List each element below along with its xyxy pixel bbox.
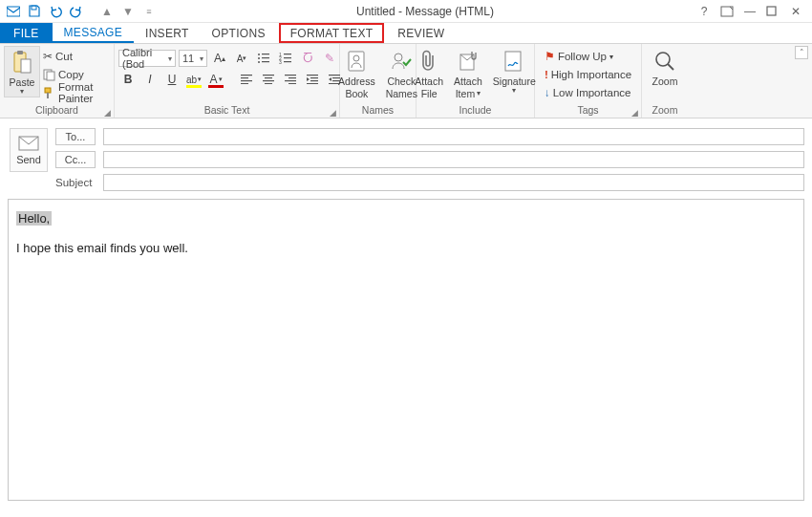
svg-rect-18 xyxy=(284,54,291,54)
message-body[interactable]: Hello, I hope this email finds you well. xyxy=(8,199,804,501)
svg-rect-0 xyxy=(7,7,20,16)
cc-button[interactable]: Cc... xyxy=(55,151,96,168)
align-right-button[interactable] xyxy=(281,71,300,88)
svg-rect-20 xyxy=(284,57,291,58)
font-color-button[interactable]: A▾ xyxy=(206,71,225,88)
group-label-zoom: Zoom xyxy=(652,104,678,116)
attach-item-icon xyxy=(455,48,481,75)
grow-font-button[interactable]: A▴ xyxy=(210,50,229,67)
signature-button[interactable]: Signature ▾ xyxy=(489,46,540,96)
font-size-combo[interactable]: 11▾ xyxy=(179,50,207,67)
address-book-icon xyxy=(343,48,370,75)
tab-options[interactable]: OPTIONS xyxy=(201,23,277,43)
svg-rect-6 xyxy=(21,59,31,73)
svg-rect-10 xyxy=(47,93,49,98)
undo-icon[interactable] xyxy=(48,4,63,19)
svg-rect-5 xyxy=(17,51,23,54)
svg-rect-35 xyxy=(307,75,318,75)
svg-rect-38 xyxy=(307,83,318,84)
svg-rect-14 xyxy=(262,57,269,58)
group-label-basic-text: Basic Text xyxy=(204,104,250,116)
format-painter-icon[interactable]: Ⴀ xyxy=(298,50,317,67)
body-line-2: I hope this email finds you well. xyxy=(16,241,796,255)
align-left-button[interactable] xyxy=(237,71,256,88)
subject-label: Subject xyxy=(55,177,96,188)
help-button[interactable]: ? xyxy=(697,5,711,18)
ribbon-display-options[interactable] xyxy=(720,6,734,17)
follow-up-button[interactable]: ⚑ Follow Up ▾ xyxy=(545,48,631,65)
body-line-1: Hello, xyxy=(16,211,52,226)
attach-file-button[interactable]: Attach File xyxy=(411,46,447,101)
minimize-button[interactable]: — xyxy=(743,5,757,18)
qat-customize-icon[interactable]: ≡ xyxy=(141,4,157,19)
window-title: Untitled - Message (HTML) xyxy=(162,5,688,18)
tab-review[interactable]: REVIEW xyxy=(386,23,456,43)
bold-button[interactable]: B xyxy=(118,71,138,88)
svg-rect-47 xyxy=(505,52,521,71)
next-item-icon[interactable]: ▼ xyxy=(120,4,136,19)
svg-rect-37 xyxy=(310,80,318,81)
format-painter-button[interactable]: Format Painter xyxy=(43,84,110,101)
cc-field[interactable] xyxy=(103,151,804,168)
close-button[interactable]: ✕ xyxy=(789,5,802,18)
svg-rect-26 xyxy=(241,83,248,84)
svg-rect-31 xyxy=(285,75,296,75)
paste-button[interactable]: Paste ▾ xyxy=(4,46,40,97)
collapse-ribbon-button[interactable]: ˄ xyxy=(795,46,808,59)
svg-point-13 xyxy=(258,57,260,59)
svg-rect-8 xyxy=(47,72,54,80)
svg-rect-28 xyxy=(265,77,272,78)
svg-text:3: 3 xyxy=(279,59,282,64)
svg-rect-22 xyxy=(284,61,291,62)
highlight-button[interactable]: ab▾ xyxy=(184,71,203,88)
numbering-button[interactable]: 123 xyxy=(276,50,295,67)
tab-insert[interactable]: INSERT xyxy=(134,23,201,43)
align-center-button[interactable] xyxy=(259,71,278,88)
svg-rect-16 xyxy=(262,61,269,62)
maximize-button[interactable] xyxy=(766,6,780,16)
group-label-names: Names xyxy=(362,104,394,116)
copy-icon xyxy=(43,69,55,81)
dialog-launcher-clipboard[interactable]: ◢ xyxy=(104,108,111,118)
font-name-combo[interactable]: Calibri (Bod▾ xyxy=(118,50,176,67)
zoom-button[interactable]: Zoom xyxy=(648,46,682,89)
dialog-launcher-basic-text[interactable]: ◢ xyxy=(330,108,336,118)
shrink-font-button[interactable]: A▾ xyxy=(232,50,251,67)
prev-item-icon[interactable]: ▲ xyxy=(99,4,115,19)
svg-rect-30 xyxy=(265,83,272,84)
subject-field[interactable] xyxy=(103,174,804,191)
svg-rect-32 xyxy=(288,77,296,78)
exclamation-icon: ! xyxy=(545,69,548,80)
to-field[interactable] xyxy=(103,128,804,145)
bullets-button[interactable] xyxy=(254,50,273,67)
svg-point-15 xyxy=(258,61,260,63)
tab-message[interactable]: MESSAGE xyxy=(53,23,134,43)
underline-button[interactable]: U xyxy=(162,71,182,88)
cut-button[interactable]: ✂ Cut xyxy=(43,48,110,65)
paintbrush-icon xyxy=(43,87,55,99)
redo-icon[interactable] xyxy=(69,4,84,19)
group-label-include: Include xyxy=(459,104,492,116)
italic-button[interactable]: I xyxy=(140,71,160,88)
signature-icon xyxy=(501,48,527,75)
down-arrow-icon: ↓ xyxy=(545,87,550,98)
svg-rect-36 xyxy=(310,77,318,78)
address-book-button[interactable]: Address Book xyxy=(334,46,379,101)
attach-item-button[interactable]: Attach Item▾ xyxy=(450,46,486,101)
high-importance-button[interactable]: ! High Importance xyxy=(545,66,631,83)
group-label-tags: Tags xyxy=(577,104,598,116)
low-importance-button[interactable]: ↓ Low Importance xyxy=(545,84,631,101)
send-button[interactable]: Send xyxy=(10,128,48,172)
tab-file[interactable]: FILE xyxy=(0,23,53,43)
chevron-down-icon: ▾ xyxy=(20,89,24,95)
decrease-indent-button[interactable] xyxy=(303,71,322,88)
to-button[interactable]: To... xyxy=(55,128,96,145)
paste-icon xyxy=(9,49,35,75)
dialog-launcher-tags[interactable]: ◢ xyxy=(631,108,638,118)
svg-point-11 xyxy=(258,54,260,55)
tab-format-text[interactable]: FORMAT TEXT xyxy=(279,23,385,43)
svg-rect-23 xyxy=(241,75,252,75)
svg-rect-33 xyxy=(285,80,296,81)
save-icon[interactable] xyxy=(27,4,42,19)
svg-rect-12 xyxy=(262,54,269,54)
